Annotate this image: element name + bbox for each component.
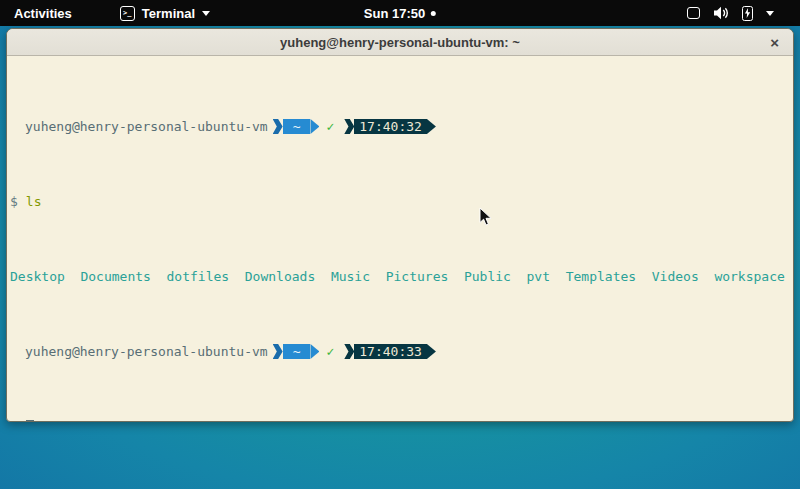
prompt-user-host: yuheng@henry-personal-ubuntu-vm — [25, 119, 268, 134]
directory-item: Videos — [652, 269, 699, 284]
terminal-icon: >_ — [120, 6, 135, 21]
prompt-line: yuheng@henry-personal-ubuntu-vm ~ ✓ 17:4… — [10, 119, 789, 134]
activities-button[interactable]: Activities — [10, 6, 76, 21]
terminal-content[interactable]: yuheng@henry-personal-ubuntu-vm ~ ✓ 17:4… — [7, 56, 793, 422]
window-titlebar[interactable]: yuheng@henry-personal-ubuntu-vm: ~ × — [7, 29, 793, 56]
powerline-arrow-icon — [310, 119, 319, 134]
directory-item: Music — [331, 269, 370, 284]
volume-icon — [713, 6, 729, 20]
prompt-time-segment: 17:40:33 — [354, 344, 427, 359]
close-button[interactable]: × — [767, 29, 782, 56]
prompt-time-segment: 17:40:32 — [354, 119, 427, 134]
notification-dot-icon — [431, 11, 436, 16]
chevron-down-icon — [766, 11, 774, 16]
powerline-arrow-icon — [273, 344, 283, 359]
directory-item: pvt — [527, 269, 550, 284]
prompt-cwd-segment: ~ — [283, 344, 311, 359]
display-icon — [687, 7, 700, 19]
directory-item: Downloads — [245, 269, 315, 284]
terminal-window: yuheng@henry-personal-ubuntu-vm: ~ × yuh… — [6, 28, 794, 422]
powerline-arrow-icon — [273, 119, 283, 134]
directory-listing: DesktopDocumentsdotfilesDownloadsMusicPi… — [10, 269, 789, 284]
clock-button[interactable]: Sun 17:50 — [364, 6, 436, 21]
window-title: yuheng@henry-personal-ubuntu-vm: ~ — [280, 35, 520, 50]
clock-label: Sun 17:50 — [364, 6, 425, 21]
powerline-cwd: ~ — [273, 119, 320, 134]
powerline-cwd: ~ — [273, 344, 320, 359]
app-menu-label: Terminal — [142, 6, 195, 21]
prompt-cwd-segment: ~ — [283, 119, 311, 134]
mouse-cursor — [479, 207, 492, 226]
terminal-cursor — [26, 420, 34, 422]
lightning-bolt-icon — [744, 8, 751, 18]
input-line[interactable]: $ — [10, 419, 789, 422]
battery-charging-icon — [742, 6, 753, 21]
directory-item: dotfiles — [167, 269, 230, 284]
directory-item: Documents — [80, 269, 150, 284]
status-check-icon: ✓ — [326, 119, 334, 134]
typed-command: ls — [26, 194, 42, 209]
prompt-user-host: yuheng@henry-personal-ubuntu-vm — [25, 344, 268, 359]
directory-item: Pictures — [386, 269, 449, 284]
prompt-symbol: $ — [10, 419, 18, 422]
status-check-icon: ✓ — [326, 344, 334, 359]
chevron-down-icon — [202, 11, 210, 16]
directory-item: Templates — [566, 269, 636, 284]
powerline-arrow-icon — [344, 344, 354, 359]
powerline-arrow-icon — [344, 119, 354, 134]
system-status-menu[interactable] — [687, 0, 774, 26]
powerline-time: 17:40:33 — [344, 344, 436, 359]
powerline-arrow-icon — [310, 344, 319, 359]
command-line: $ ls — [10, 194, 789, 209]
powerline-time: 17:40:32 — [344, 119, 436, 134]
app-menu-terminal[interactable]: >_ Terminal — [120, 6, 210, 21]
directory-item: workspace — [714, 269, 784, 284]
directory-item: Public — [464, 269, 511, 284]
powerline-arrow-icon — [427, 344, 436, 359]
prompt-symbol: $ — [10, 194, 18, 209]
powerline-arrow-icon — [427, 119, 436, 134]
prompt-line: yuheng@henry-personal-ubuntu-vm ~ ✓ 17:4… — [10, 344, 789, 359]
top-bar: Activities >_ Terminal Sun 17:50 — [0, 0, 800, 26]
directory-item: Desktop — [10, 269, 65, 284]
